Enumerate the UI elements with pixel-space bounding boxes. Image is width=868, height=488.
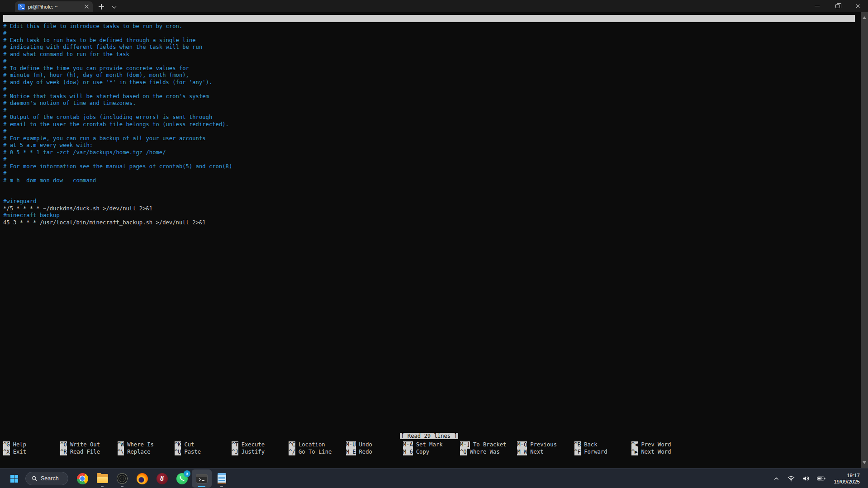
terminal-scrollbar[interactable] [861, 12, 868, 468]
scroll-down-arrow-icon[interactable] [863, 461, 866, 464]
shortcut-label: Justify [242, 449, 265, 456]
editor-line: # minute (m), hour (h), day of month (do… [3, 72, 855, 79]
chrome-icon [77, 473, 88, 484]
nano-shortcut: ^KCut [175, 441, 232, 449]
nano-shortcut: ^TExecute [232, 441, 289, 449]
taskbar: Search 8 3 [0, 468, 868, 488]
shortcut-label: Next [530, 449, 543, 456]
minimize-button[interactable] [807, 0, 827, 12]
terminal-tab[interactable]: pi@Pihole: ~ [15, 1, 93, 12]
tab-close-icon[interactable] [83, 4, 90, 10]
editor-line: # 0 5 * * 1 tar -zcf /var/backups/home.t… [3, 149, 855, 156]
editor-line: # [3, 86, 855, 93]
shortcut-label: Forward [584, 449, 607, 456]
shortcut-key: ^R [60, 449, 67, 456]
editor-line: # Edit this file to introduce tasks to b… [3, 23, 855, 30]
shortcut-bar: ^GHelp^OWrite Out^WWhere Is^KCut^TExecut… [3, 441, 688, 455]
nano-shortcut: ^BBack [574, 441, 631, 449]
close-button[interactable] [848, 0, 868, 12]
shortcut-label: To Bracket [473, 441, 506, 449]
shortcut-label: Set Mark [416, 441, 443, 449]
shortcut-key: ^B [574, 441, 581, 449]
tray-overflow-button[interactable] [771, 472, 781, 485]
wifi-indicator[interactable] [786, 472, 796, 485]
shortcut-key: ^O [60, 441, 67, 449]
shortcut-key: ^G [3, 441, 10, 449]
search-label: Search [41, 475, 59, 482]
nano-shortcut: ^XExit [3, 449, 60, 456]
nano-shortcut: ^/Go To Line [289, 449, 346, 456]
clock-time: 19:17 [847, 473, 860, 478]
powershell-tab-icon [18, 4, 25, 10]
shortcut-label: Execute [242, 441, 265, 449]
nano-shortcut: M-ASet Mark [403, 441, 460, 449]
terminal-icon [196, 474, 208, 483]
shortcut-label: Next Word [641, 449, 671, 456]
editor-line: # [3, 128, 855, 135]
editor-line: # [3, 170, 855, 177]
shortcut-key: ^W [118, 441, 124, 449]
nano-shortcut: ^OWrite Out [60, 441, 117, 449]
taskbar-app-file-explorer[interactable] [92, 469, 112, 488]
maximize-button[interactable] [827, 0, 848, 12]
new-tab-button[interactable] [95, 1, 108, 12]
editor-line: 45 3 * * * /usr/local/bin/minecraft_back… [3, 219, 855, 227]
shortcut-key: ^X [3, 449, 10, 456]
editor-line [3, 191, 855, 199]
taskbar-app-firefox[interactable] [132, 469, 152, 488]
shortcut-label: Cut [184, 441, 194, 449]
taskbar-clock[interactable]: 19:17 19/09/2025 [831, 472, 860, 485]
plus-icon [98, 4, 104, 10]
editor-line: # [3, 156, 855, 163]
editor-content[interactable]: # Edit this file to introduce tasks to b… [3, 23, 855, 227]
start-button[interactable] [10, 474, 18, 483]
shortcut-key: ^T [232, 441, 238, 449]
shortcut-label: Replace [127, 449, 150, 456]
taskbar-app-eight[interactable]: 8 [152, 469, 172, 488]
scroll-up-arrow-icon[interactable] [863, 16, 866, 19]
battery-indicator[interactable] [816, 472, 826, 485]
taskbar-app-terminal[interactable] [192, 469, 212, 488]
shortcut-key: ^U [175, 449, 181, 456]
taskbar-app-whatsapp[interactable]: 3 [172, 469, 192, 488]
shortcut-key: M-E [346, 449, 356, 456]
nano-shortcut: M-WNext [517, 449, 574, 456]
nano-shortcut: M-ERedo [346, 449, 403, 456]
firefox-icon [137, 473, 148, 484]
restore-icon [835, 4, 840, 8]
editor-line: # email to the user the crontab file bel… [3, 121, 855, 128]
tab-dropdown-button[interactable] [108, 1, 120, 12]
shortcut-label: Read File [70, 449, 100, 456]
rings-app-icon [117, 473, 128, 484]
nano-shortcut: M-]To Bracket [460, 441, 517, 449]
nano-shortcut: ^FForward [574, 449, 631, 456]
shortcut-label: Location [299, 441, 325, 449]
tab-title: pi@Pihole: ~ [28, 4, 80, 9]
clock-date: 19/09/2025 [834, 479, 860, 484]
nano-shortcut: ^UPaste [175, 449, 232, 456]
running-indicator [220, 486, 223, 487]
shortcut-label: Write Out [70, 441, 100, 449]
taskbar-app-notepad[interactable] [212, 469, 232, 488]
editor-line: # For more information see the manual pa… [3, 163, 855, 171]
editor-line: # [3, 30, 855, 37]
editor-line: # at 5 a.m every week with: [3, 142, 855, 149]
editor-line [3, 184, 855, 191]
shortcut-key: ^K [175, 441, 181, 449]
shortcut-label: Back [584, 441, 597, 449]
shortcut-key: ^Q [460, 449, 467, 456]
taskbar-apps: 8 3 [72, 469, 232, 488]
nano-shortcut: ^◀Prev Word [631, 441, 688, 449]
taskbar-search[interactable]: Search [25, 472, 68, 485]
shortcut-label: Copy [416, 449, 429, 456]
shortcut-label: Help [13, 441, 26, 449]
taskbar-app-chrome[interactable] [72, 469, 92, 488]
system-tray: 19:17 19/09/2025 [771, 469, 860, 488]
terminal-viewport[interactable]: GNU nano 7.2 /tmp/crontab.s1TFLl/crontab… [0, 12, 868, 468]
running-indicator [198, 486, 205, 487]
volume-indicator[interactable] [801, 472, 811, 485]
editor-line: # To define the time you can provide con… [3, 65, 855, 72]
shortcut-key: M-] [460, 441, 470, 449]
search-icon [31, 475, 38, 482]
taskbar-app-rings[interactable] [112, 469, 132, 488]
